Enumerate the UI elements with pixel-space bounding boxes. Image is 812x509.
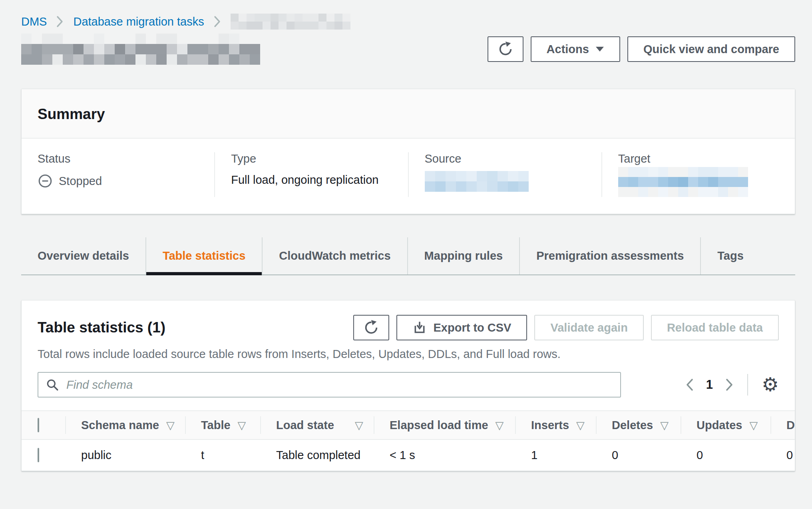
header-actions: Actions Quick view and compare <box>488 36 795 62</box>
sort-icon: ▽ <box>660 420 669 431</box>
column-header-inserts[interactable]: Inserts▽ <box>515 411 596 439</box>
cell-updates: 0 <box>681 439 770 471</box>
refresh-icon <box>363 320 379 336</box>
summary-header: Summary <box>22 89 795 139</box>
chevron-right-icon <box>214 16 221 28</box>
chevron-right-icon <box>56 16 64 28</box>
summary-field-target: Target <box>601 152 795 197</box>
find-schema-input[interactable] <box>66 378 613 392</box>
summary-card: Summary Status Stopped Type Full load, <box>21 89 795 214</box>
cell-inserts: 1 <box>515 439 596 471</box>
tab-table-statistics[interactable]: Table statistics <box>145 237 262 274</box>
table-refresh-button[interactable] <box>353 315 389 340</box>
column-header-table[interactable]: Table▽ <box>185 411 260 439</box>
select-all-checkbox[interactable] <box>38 418 39 432</box>
breadcrumb-dms-link[interactable]: DMS <box>21 15 47 28</box>
sort-icon: ▽ <box>496 420 504 431</box>
table-panel-header: Table statistics (1) <box>22 300 795 340</box>
summary-title: Summary <box>38 106 779 123</box>
quick-view-compare-button[interactable]: Quick view and compare <box>627 36 795 62</box>
search-icon <box>46 378 59 392</box>
cell-schema-name: public <box>65 439 185 471</box>
tab-mapping-rules[interactable]: Mapping rules <box>407 237 519 274</box>
actions-button[interactable]: Actions <box>531 36 620 62</box>
column-header-updates[interactable]: Updates▽ <box>681 411 770 439</box>
table-row: public t Table completed < 1 s 1 0 0 0 <box>22 439 795 471</box>
table-statistics-description: Total rows include loaded source table r… <box>22 340 795 361</box>
task-name-redacted <box>21 34 260 65</box>
pagination: 1 ⚙ <box>685 374 779 396</box>
column-header-load-state[interactable]: Load state▽ <box>260 411 374 439</box>
cell-elapsed-load-time: < 1 s <box>374 439 515 471</box>
stopped-status-icon <box>38 173 53 189</box>
dms-task-page: DMS Database migration tasks Actions <box>0 0 812 471</box>
pagination-divider <box>747 374 748 396</box>
validate-again-button[interactable]: Validate again <box>534 315 643 340</box>
status-text: Stopped <box>59 175 102 188</box>
current-page-number: 1 <box>706 378 713 392</box>
breadcrumb-tasks-link[interactable]: Database migration tasks <box>73 15 204 28</box>
schema-search-box <box>38 372 621 398</box>
caret-down-icon <box>595 46 604 52</box>
cell-table: t <box>185 439 260 471</box>
row-checkbox[interactable] <box>38 448 39 462</box>
column-header-schema-name[interactable]: Schema name▽ <box>65 411 185 439</box>
chevron-right-icon <box>725 378 734 392</box>
column-header-ddls[interactable]: DDLs <box>770 411 795 439</box>
actions-button-label: Actions <box>547 43 589 56</box>
chevron-left-icon <box>685 378 694 392</box>
sort-icon: ▽ <box>166 420 175 431</box>
column-header-elapsed-load-time[interactable]: Elapsed load time▽ <box>374 411 515 439</box>
table-toolbar: 1 ⚙ <box>22 361 795 410</box>
reload-table-data-button[interactable]: Reload table data <box>651 315 779 340</box>
sort-icon: ▽ <box>749 420 758 431</box>
target-label: Target <box>618 152 779 165</box>
settings-gear-icon[interactable]: ⚙ <box>762 375 779 394</box>
breadcrumb: DMS Database migration tasks <box>21 14 795 30</box>
type-value: Full load, ongoing replication <box>231 173 392 187</box>
table-statistics-table: Schema name▽ Table▽ Load state▽ Elapsed … <box>22 410 795 471</box>
tab-cloudwatch-metrics[interactable]: CloudWatch metrics <box>262 237 407 274</box>
export-to-csv-button[interactable]: Export to CSV <box>396 315 527 340</box>
table-statistics-card: Table statistics (1) <box>21 300 795 471</box>
refresh-button[interactable] <box>488 36 523 62</box>
previous-page-button[interactable] <box>685 378 694 392</box>
tab-premigration-assessments[interactable]: Premigration assessments <box>519 237 700 274</box>
page-header: Actions Quick view and compare <box>21 34 795 65</box>
summary-field-source: Source <box>408 152 601 197</box>
tab-tags[interactable]: Tags <box>700 237 760 274</box>
status-label: Status <box>38 152 198 165</box>
sort-icon: ▽ <box>238 420 246 431</box>
type-label: Type <box>231 152 392 165</box>
status-value: Stopped <box>38 173 198 189</box>
table-statistics-title: Table statistics (1) <box>38 319 165 336</box>
summary-field-status: Status Stopped <box>22 152 214 197</box>
source-label: Source <box>425 152 585 165</box>
refresh-icon <box>498 41 513 57</box>
table-panel-actions: Export to CSV Validate again Reload tabl… <box>353 315 779 340</box>
cell-deletes: 0 <box>596 439 681 471</box>
tab-bar: Overview details Table statistics CloudW… <box>21 237 795 275</box>
summary-field-type: Type Full load, ongoing replication <box>214 152 408 197</box>
cell-ddls: 0 <box>770 439 795 471</box>
target-endpoint-redacted-link[interactable] <box>618 167 748 197</box>
column-header-deletes[interactable]: Deletes▽ <box>596 411 681 439</box>
breadcrumb-task-name-redacted[interactable] <box>231 14 350 30</box>
cell-load-state: Table completed <box>260 439 374 471</box>
next-page-button[interactable] <box>725 378 734 392</box>
sort-icon: ▽ <box>576 420 585 431</box>
sort-icon: ▽ <box>355 420 363 431</box>
table-header-row: Schema name▽ Table▽ Load state▽ Elapsed … <box>22 411 795 439</box>
tab-overview-details[interactable]: Overview details <box>21 237 145 274</box>
export-to-csv-label: Export to CSV <box>433 321 511 334</box>
summary-body: Status Stopped Type Full load, ongoing r… <box>22 139 795 214</box>
download-icon <box>412 320 427 335</box>
source-endpoint-redacted-link[interactable] <box>425 171 529 192</box>
